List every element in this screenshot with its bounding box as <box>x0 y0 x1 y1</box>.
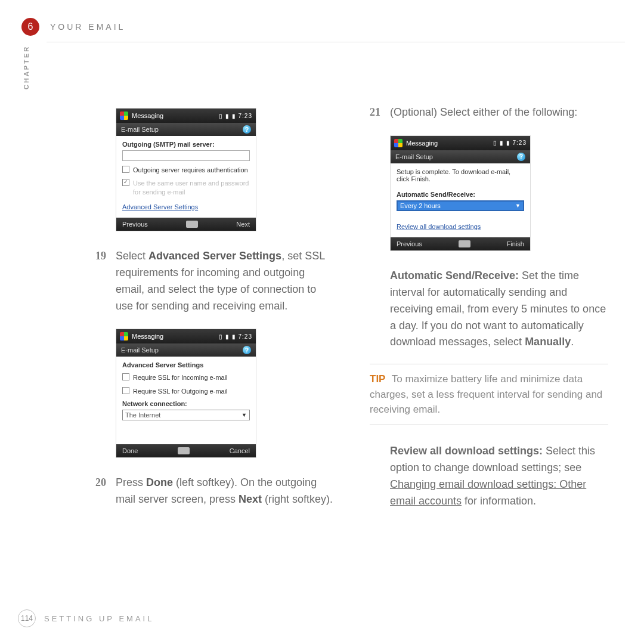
ss1-advanced-link[interactable]: Advanced Server Settings <box>122 203 250 210</box>
status-icons: ▯ ▮ ▮ 7:23 <box>219 113 252 119</box>
ss2-network-dropdown[interactable]: The Internet▼ <box>122 410 250 420</box>
ss3-auto-label: Automatic Send/Receive: <box>397 191 524 198</box>
screenshot-complete: Messaging ▯ ▮ ▮ 7:23 E-mail Setup ? Setu… <box>390 135 531 251</box>
ss1-sameuser-checkbox[interactable] <box>122 179 129 186</box>
ss1-auth-checkbox[interactable] <box>122 166 129 173</box>
ss2-net-label: Network connection: <box>122 400 250 407</box>
status-icons: ▯ ▮ ▮ 7:23 <box>219 333 252 340</box>
ss3-prev-softkey[interactable]: Previous <box>397 240 422 247</box>
ss1-auth-label: Outgoing server requires authentication <box>133 166 248 174</box>
step-19-text: Select Advanced Server Settings, set SSL… <box>116 248 334 315</box>
ss2-ssl-in-checkbox[interactable] <box>122 373 129 380</box>
para-auto-send-receive: Automatic Send/Receive: Set the time int… <box>390 268 608 351</box>
chapter-side-label: CHAPTER <box>23 45 30 89</box>
step-21-number: 21 <box>370 104 390 121</box>
para-review-settings: Review all download settings: Select thi… <box>390 443 608 510</box>
windows-flag-icon <box>120 332 128 340</box>
ss1-smtp-input[interactable] <box>122 150 250 161</box>
chevron-down-icon: ▼ <box>242 412 247 418</box>
header-divider <box>47 42 625 42</box>
ss1-next-softkey[interactable]: Next <box>236 221 250 228</box>
ss1-smtp-label: Outgoing (SMTP) mail server: <box>122 141 250 148</box>
ss3-app-title: Messaging <box>406 140 438 147</box>
ss1-subtitle: E-mail Setup <box>121 126 159 133</box>
ss1-app-title: Messaging <box>132 112 163 119</box>
ss3-complete-text: Setup is complete. To download e-mail, c… <box>397 168 524 182</box>
tip-text: To maximize battery life and minimize da… <box>370 373 602 415</box>
ss1-sameuser-label: Use the same user name and password for … <box>133 179 250 196</box>
ss3-subtitle: E-mail Setup <box>395 153 433 160</box>
ss2-heading: Advanced Server Settings <box>122 361 250 369</box>
keyboard-icon[interactable] <box>178 447 190 454</box>
chapter-title: YOUR EMAIL <box>50 22 125 32</box>
windows-flag-icon <box>394 139 402 147</box>
chapter-number-badge: 6 <box>21 18 39 36</box>
ss2-done-softkey[interactable]: Done <box>122 447 138 454</box>
step-20-number: 20 <box>95 475 116 508</box>
ss1-prev-softkey[interactable]: Previous <box>122 221 148 228</box>
ss2-cancel-softkey[interactable]: Cancel <box>230 447 250 454</box>
keyboard-icon[interactable] <box>186 221 198 228</box>
ss2-app-title: Messaging <box>132 333 163 340</box>
ss2-subtitle: E-mail Setup <box>121 346 159 354</box>
ss2-ssl-out-checkbox[interactable] <box>122 387 129 394</box>
page-number: 114 <box>18 609 36 627</box>
ss2-ssl-in-label: Require SSL for Incoming e-mail <box>133 373 228 382</box>
ss3-finish-softkey[interactable]: Finish <box>507 240 524 247</box>
tip-box: TIP To maximize battery life and minimiz… <box>370 364 608 425</box>
step-20-text: Press Done (left softkey). On the outgoi… <box>116 475 334 508</box>
ss2-ssl-out-label: Require SSL for Outgoing e-mail <box>133 387 228 395</box>
help-icon[interactable]: ? <box>243 346 251 354</box>
chevron-down-icon: ▼ <box>515 203 521 209</box>
footer-section: SETTING UP EMAIL <box>44 614 154 623</box>
screenshot-smtp: Messaging ▯ ▮ ▮ 7:23 E-mail Setup ? Outg… <box>116 108 256 231</box>
help-icon[interactable]: ? <box>243 125 251 134</box>
screenshot-advanced: Messaging ▯ ▮ ▮ 7:23 E-mail Setup ? Adva… <box>116 329 256 458</box>
step-21-text: (Optional) Select either of the followin… <box>390 104 608 121</box>
status-icons: ▯ ▮ ▮ 7:23 <box>493 140 527 146</box>
step-19-number: 19 <box>95 248 116 315</box>
ss3-review-link[interactable]: Review all download settings <box>397 223 524 230</box>
windows-flag-icon <box>120 112 128 120</box>
keyboard-icon[interactable] <box>459 240 470 247</box>
tip-label: TIP <box>370 373 385 385</box>
help-icon[interactable]: ? <box>517 153 525 161</box>
ss3-interval-dropdown[interactable]: Every 2 hours▼ <box>397 200 524 211</box>
